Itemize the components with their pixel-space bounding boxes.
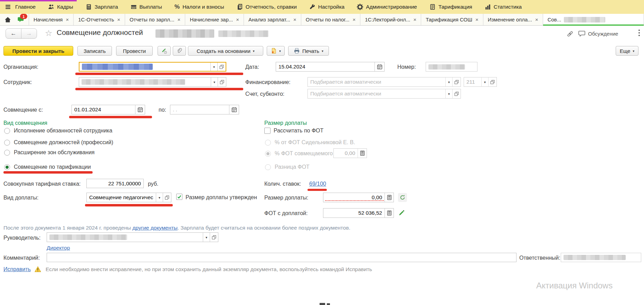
manager-position-link[interactable]: Директор	[47, 245, 70, 251]
supplement-kind-open-button[interactable]	[163, 193, 171, 202]
tab-otchety-po-zarplate[interactable]: Отчеты по зарпл...×	[125, 14, 185, 25]
supplement-kind-dropdown-button[interactable]: ▾	[156, 193, 163, 202]
fot-calculator-button[interactable]	[385, 209, 394, 218]
employee-dropdown-button[interactable]: ▾	[211, 77, 218, 86]
tariff-rate-field[interactable]: 22 751,00000	[86, 179, 144, 188]
more-menu-dots-icon[interactable]	[638, 29, 641, 37]
radio-rasshirenie-zon[interactable]	[4, 150, 10, 156]
radio-ispolnenie-obyazannostey[interactable]	[4, 128, 10, 134]
calc-by-fot-checkbox[interactable]	[264, 128, 271, 134]
organization-field[interactable]: ▾	[79, 62, 226, 72]
menu-item-administrirovanie[interactable]: Администрирование	[357, 4, 417, 10]
redacted-responsible-value	[564, 255, 626, 260]
change-history-button[interactable]	[158, 46, 171, 56]
radio-percent-of-fot[interactable]	[265, 140, 271, 146]
menu-item-otchetnost[interactable]: Отчетность, справки	[237, 4, 297, 10]
menu-item-tarifikaciya[interactable]: Тарификация	[429, 4, 472, 10]
account-dropdown-button[interactable]: ▾	[445, 89, 452, 98]
tab-otchety-po-nalogam[interactable]: Отчеты по налог...×	[301, 14, 360, 25]
menu-item-nastroyka[interactable]: Настройка	[309, 4, 344, 10]
menu-item-kadry[interactable]: Кадры	[48, 4, 73, 10]
home-icon[interactable]	[4, 16, 11, 23]
kekv-dropdown-button[interactable]: ▾	[481, 77, 488, 86]
tab-izmenenie-oplaty[interactable]: Изменение опла...×	[483, 14, 543, 25]
period-to-field[interactable]: . .	[170, 105, 239, 114]
approved-checkbox[interactable]	[176, 194, 182, 200]
employee-field[interactable]: ▾	[79, 77, 226, 87]
more-button[interactable]: Еще▾	[616, 46, 638, 56]
post-button[interactable]: Провести	[116, 46, 153, 56]
period-to-calendar-button[interactable]	[229, 105, 239, 114]
other-documents-link[interactable]: другие документы	[132, 225, 178, 231]
kekv-code-field[interactable]: 211 ▾	[464, 77, 497, 87]
close-icon[interactable]: ×	[352, 17, 356, 22]
link-icon[interactable]	[567, 30, 574, 37]
manager-field[interactable]: ▾	[47, 232, 218, 242]
supplement-kind-field[interactable]: Совмещение педагогичес ▾	[86, 193, 171, 202]
tab-tarifikaciya-sosh[interactable]: Тарификация СОШ×	[421, 14, 483, 25]
percent-fot-calculator-button[interactable]	[358, 149, 367, 158]
tab-sovmeshchenie-active[interactable]: Сов...	[543, 14, 644, 25]
copy-document-button[interactable]: ▾	[267, 46, 285, 56]
tab-1c-otchetnost[interactable]: 1С-Отчетность×	[74, 14, 125, 25]
close-icon[interactable]: ×	[66, 17, 69, 22]
calendar-icon	[138, 107, 143, 112]
tab-analiz-zarplat[interactable]: Анализ зарплат...×	[244, 14, 301, 25]
menu-item-main[interactable]: Главное	[15, 4, 36, 10]
tab-lektoriy[interactable]: 1С:Лекторий-онл...×	[360, 14, 421, 25]
close-icon[interactable]: ×	[117, 17, 120, 22]
tab-nachislenie-zarplaty[interactable]: Начисление зар...×	[185, 14, 244, 25]
fot-with-supplement-field[interactable]: 52 036,52	[323, 208, 394, 218]
save-button[interactable]: Записать	[77, 46, 112, 56]
account-field[interactable]: Подбирается автоматически ▾	[307, 89, 461, 99]
create-based-on-button[interactable]: Создать на основании▾	[188, 46, 263, 56]
date-field[interactable]: 15.04.2024	[276, 62, 385, 72]
menu-item-zarplata[interactable]: Зарплата	[86, 4, 118, 10]
back-button[interactable]: ←	[6, 28, 21, 39]
edit-pencil-icon[interactable]	[398, 210, 405, 216]
supplement-size-calculator-button[interactable]	[385, 193, 394, 202]
rates-count-link[interactable]: 69/100	[309, 181, 326, 187]
favorite-star-icon[interactable]: ☆	[45, 28, 53, 38]
main-menu-button[interactable]: Главное	[5, 4, 36, 10]
close-icon[interactable]: ×	[475, 17, 479, 22]
close-icon[interactable]: ×	[236, 17, 239, 22]
radio-fot-difference[interactable]	[265, 164, 271, 170]
fix-link[interactable]: Исправить	[3, 266, 31, 272]
percent-fot-value-field[interactable]: 0,00	[333, 148, 367, 158]
period-from-calendar-button[interactable]	[135, 105, 145, 114]
financing-field[interactable]: Подбирается автоматически ▾	[307, 77, 461, 87]
print-button[interactable]: Печать▾	[288, 46, 329, 56]
date-calendar-button[interactable]	[375, 62, 384, 71]
recalculate-button[interactable]	[398, 193, 407, 202]
employee-open-button[interactable]	[218, 77, 226, 86]
attachments-button[interactable]	[173, 46, 186, 56]
post-and-close-button[interactable]: Провести и закрыть	[3, 46, 73, 56]
financing-open-button[interactable]	[452, 77, 461, 86]
account-open-button[interactable]	[452, 89, 461, 98]
manager-dropdown-button[interactable]: ▾	[203, 233, 210, 242]
forward-button[interactable]: →	[21, 28, 37, 39]
kekv-open-button[interactable]	[488, 77, 496, 86]
responsible-field[interactable]	[561, 253, 641, 262]
organization-dropdown-button[interactable]: ▾	[210, 63, 217, 71]
notifications-button[interactable]: 1	[18, 16, 25, 23]
discussion-button[interactable]: Обсуждение	[578, 30, 618, 37]
comment-field[interactable]	[47, 253, 517, 262]
tab-nachisleniya[interactable]: Начисления×	[29, 14, 74, 25]
radio-sovmeshchenie-po-tarifikacii[interactable]	[4, 164, 10, 170]
menu-item-vyplaty[interactable]: Выплаты	[131, 4, 162, 10]
radio-sovmeshchenie-dolzhnostey[interactable]	[4, 140, 10, 146]
close-icon[interactable]: ×	[413, 17, 416, 22]
menu-item-statistika[interactable]: Статистика	[485, 4, 522, 10]
financing-dropdown-button[interactable]: ▾	[445, 77, 452, 86]
close-icon[interactable]: ×	[535, 17, 538, 22]
close-icon[interactable]: ×	[293, 17, 296, 22]
close-icon[interactable]: ×	[178, 17, 181, 22]
radio-percent-fot-combined[interactable]	[265, 151, 271, 157]
menu-item-nalogi[interactable]: %Налоги и взносы	[174, 3, 224, 10]
number-field[interactable]	[426, 62, 477, 72]
manager-open-button[interactable]	[210, 233, 218, 242]
organization-open-button[interactable]	[217, 63, 226, 71]
period-from-field[interactable]: 01.01.2024	[72, 105, 145, 114]
